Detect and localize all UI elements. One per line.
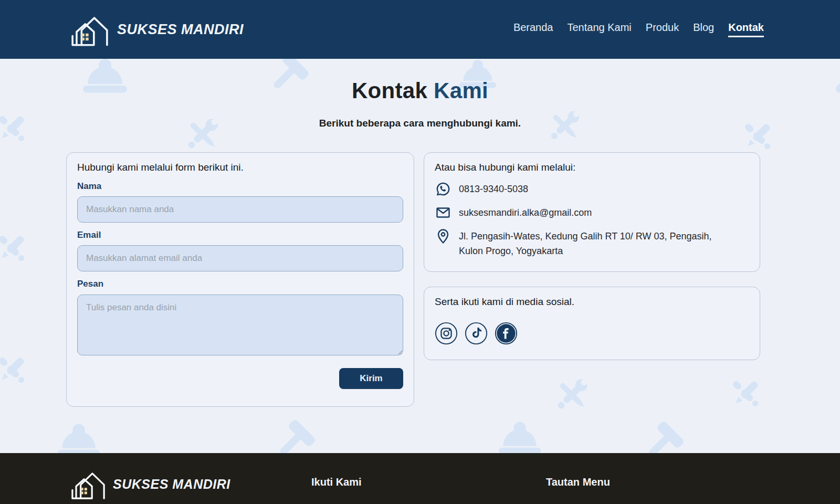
email-input[interactable] bbox=[77, 245, 403, 271]
contact-info-heading: Atau bisa hubungi kami melalui: bbox=[435, 161, 749, 174]
message-textarea[interactable] bbox=[77, 295, 403, 355]
contact-row-address: Jl. Pengasih-Wates, Kedung Galih RT 10/ … bbox=[435, 228, 749, 258]
nav-item-beranda[interactable]: Beranda bbox=[513, 22, 553, 37]
location-icon bbox=[435, 228, 452, 245]
footer-brand-name: SUKSES MANDIRI bbox=[113, 477, 230, 492]
submit-row: Kirim bbox=[77, 368, 403, 389]
footer-follow-heading: Ikuti Kami bbox=[311, 476, 362, 488]
nav-item-tentang-kami[interactable]: Tentang Kami bbox=[568, 22, 632, 37]
email-address: suksesmandiri.alka@gmail.com bbox=[459, 204, 592, 220]
social-media-card: Serta ikuti kami di media sosial. bbox=[424, 287, 760, 360]
footer-brand[interactable]: SUKSES MANDIRI bbox=[71, 464, 230, 504]
right-column: Atau bisa hubungi kami melalui: 0813-934… bbox=[424, 152, 760, 360]
email-icon bbox=[435, 204, 452, 221]
contact-info-card: Atau bisa hubungi kami melalui: 0813-934… bbox=[424, 152, 760, 272]
email-field-label: Email bbox=[77, 229, 403, 241]
contact-row-phone: 0813-9340-5038 bbox=[435, 181, 749, 197]
main-nav: Beranda Tentang Kami Produk Blog Kontak bbox=[513, 22, 764, 37]
facebook-icon[interactable] bbox=[495, 322, 518, 345]
brand-house-logo-icon bbox=[71, 10, 109, 48]
form-heading: Hubungi kami melalui form berikut ini. bbox=[77, 161, 403, 174]
header: SUKSES MANDIRI Beranda Tentang Kami Prod… bbox=[0, 0, 840, 59]
content-row: Hubungi kami melalui form berikut ini. N… bbox=[0, 152, 840, 407]
send-button[interactable]: Kirim bbox=[339, 368, 403, 389]
page-subtitle: Berikut beberapa cara menghubungi kami. bbox=[0, 117, 840, 130]
brand[interactable]: SUKSES MANDIRI bbox=[71, 10, 244, 48]
nav-item-kontak[interactable]: Kontak bbox=[728, 22, 764, 37]
page-title: Kontak Kami bbox=[0, 78, 840, 104]
social-icons-row bbox=[435, 322, 749, 345]
social-heading: Serta ikuti kami di media sosial. bbox=[435, 296, 749, 308]
street-address: Jl. Pengasih-Wates, Kedung Galih RT 10/ … bbox=[459, 228, 724, 258]
page: SUKSES MANDIRI Beranda Tentang Kami Prod… bbox=[0, 0, 840, 504]
footer-menu-heading: Tautan Menu bbox=[546, 476, 610, 488]
name-input[interactable] bbox=[77, 196, 403, 223]
contact-row-email: suksesmandiri.alka@gmail.com bbox=[435, 204, 749, 221]
main-content: Kontak Kami Berikut beberapa cara menghu… bbox=[0, 59, 840, 453]
brand-name: SUKSES MANDIRI bbox=[117, 22, 244, 38]
name-field-label: Nama bbox=[77, 181, 403, 192]
whatsapp-icon bbox=[435, 181, 452, 197]
page-title-accent: Kami bbox=[434, 78, 488, 103]
tiktok-icon[interactable] bbox=[465, 322, 488, 345]
message-field-label: Pesan bbox=[77, 278, 403, 290]
nav-item-blog[interactable]: Blog bbox=[693, 22, 714, 37]
contact-form-card: Hubungi kami melalui form berikut ini. N… bbox=[66, 152, 414, 407]
footer-house-logo-icon bbox=[71, 464, 106, 504]
footer: SUKSES MANDIRI Ikuti Kami Tautan Menu bbox=[0, 453, 840, 504]
page-title-primary: Kontak bbox=[352, 78, 427, 103]
instagram-icon[interactable] bbox=[435, 322, 458, 345]
phone-number: 0813-9340-5038 bbox=[459, 181, 528, 196]
nav-item-produk[interactable]: Produk bbox=[646, 22, 679, 37]
